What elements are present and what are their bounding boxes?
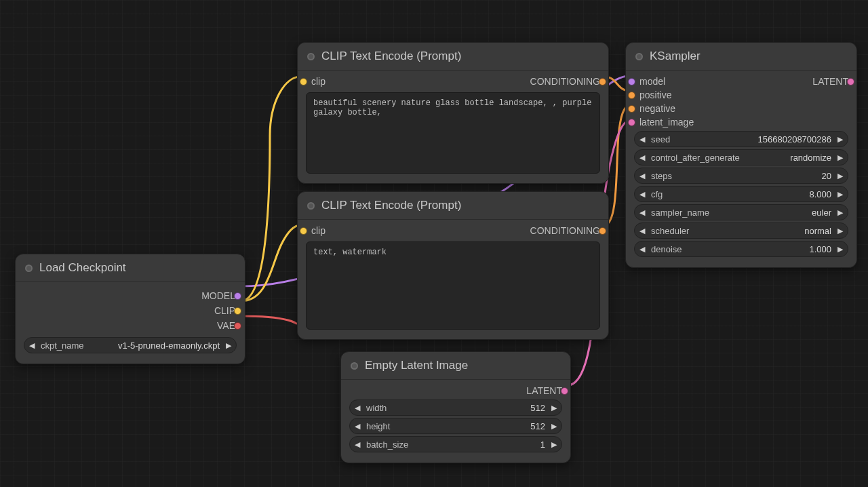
- input-label-latent-image: latent_image: [639, 117, 694, 128]
- chevron-left-icon[interactable]: ◀: [637, 172, 647, 180]
- node-header[interactable]: Load Checkpoint: [16, 254, 245, 282]
- seed-value: 156680208700286: [754, 134, 835, 144]
- batch-size-widget[interactable]: ◀ batch_size 1 ▶: [349, 436, 562, 452]
- output-label-conditioning: CONDITIONING: [530, 225, 600, 236]
- node-header[interactable]: CLIP Text Encode (Prompt): [298, 192, 608, 220]
- chevron-left-icon[interactable]: ◀: [637, 245, 647, 254]
- input-label-model: model: [639, 76, 665, 87]
- node-clip-text-encode-negative[interactable]: CLIP Text Encode (Prompt) clip CONDITION…: [297, 191, 609, 340]
- steps-label: steps: [647, 171, 676, 181]
- batch-size-value: 1: [536, 440, 549, 450]
- width-widget[interactable]: ◀ width 512 ▶: [349, 400, 562, 416]
- chevron-right-icon[interactable]: ▶: [835, 227, 845, 235]
- sampler-name-label: sampler_name: [647, 208, 713, 218]
- chevron-left-icon[interactable]: ◀: [637, 190, 647, 199]
- output-label-latent: LATENT: [526, 385, 562, 396]
- prompt-textarea[interactable]: beautiful scenery nature glass bottle la…: [306, 92, 600, 174]
- chevron-left-icon[interactable]: ◀: [637, 135, 647, 144]
- control-after-generate-widget[interactable]: ◀ control_after_generate randomize ▶: [634, 149, 848, 165]
- input-port-negative[interactable]: [628, 105, 635, 113]
- seed-label: seed: [647, 134, 674, 144]
- node-clip-text-encode-positive[interactable]: CLIP Text Encode (Prompt) clip CONDITION…: [297, 42, 609, 184]
- output-port-clip[interactable]: [234, 307, 241, 315]
- node-title: Empty Latent Image: [365, 359, 468, 372]
- output-port-latent[interactable]: [561, 387, 568, 395]
- node-empty-latent-image[interactable]: Empty Latent Image LATENT ◀ width 512 ▶ …: [340, 351, 571, 463]
- input-port-latent-image[interactable]: [628, 119, 635, 126]
- input-port-clip[interactable]: [300, 227, 307, 235]
- control-value: randomize: [786, 153, 835, 163]
- scheduler-value: normal: [800, 226, 835, 236]
- chevron-right-icon[interactable]: ▶: [835, 245, 845, 254]
- sampler-name-value: euler: [808, 208, 835, 218]
- input-label-clip: clip: [311, 225, 326, 236]
- output-port-model[interactable]: [234, 292, 241, 300]
- batch-size-label: batch_size: [362, 440, 412, 450]
- chevron-right-icon[interactable]: ▶: [835, 135, 845, 144]
- input-port-model[interactable]: [628, 78, 635, 85]
- width-label: width: [362, 403, 391, 413]
- node-load-checkpoint[interactable]: Load Checkpoint MODEL CLIP VAE ◀ ckpt_na…: [15, 254, 245, 364]
- node-header[interactable]: KSampler: [626, 43, 856, 71]
- output-port-conditioning[interactable]: [599, 78, 606, 85]
- input-label-negative: negative: [639, 103, 675, 114]
- chevron-left-icon[interactable]: ◀: [637, 153, 647, 162]
- chevron-right-icon[interactable]: ▶: [835, 208, 845, 217]
- ckpt-name-value: v1-5-pruned-emaonly.ckpt: [114, 340, 224, 351]
- steps-widget[interactable]: ◀ steps 20 ▶: [634, 168, 848, 184]
- chevron-left-icon[interactable]: ◀: [27, 341, 37, 350]
- chevron-left-icon[interactable]: ◀: [637, 227, 647, 235]
- denoise-label: denoise: [647, 244, 686, 254]
- collapse-toggle-icon[interactable]: [351, 362, 358, 370]
- chevron-left-icon[interactable]: ◀: [353, 440, 362, 449]
- collapse-toggle-icon[interactable]: [635, 53, 643, 60]
- chevron-right-icon[interactable]: ▶: [835, 153, 845, 162]
- control-label: control_after_generate: [647, 153, 744, 163]
- output-port-latent[interactable]: [847, 78, 854, 85]
- output-label-vae: VAE: [217, 320, 235, 331]
- output-label-latent: LATENT: [812, 76, 848, 87]
- input-port-clip[interactable]: [300, 78, 307, 85]
- input-label-clip: clip: [311, 76, 326, 87]
- collapse-toggle-icon[interactable]: [307, 202, 315, 210]
- denoise-value: 1.000: [805, 244, 835, 254]
- node-title: CLIP Text Encode (Prompt): [321, 50, 461, 63]
- chevron-left-icon[interactable]: ◀: [353, 422, 362, 431]
- node-header[interactable]: CLIP Text Encode (Prompt): [298, 43, 608, 71]
- scheduler-widget[interactable]: ◀ scheduler normal ▶: [634, 222, 848, 239]
- ckpt-name-label: ckpt_name: [37, 340, 88, 351]
- output-port-conditioning[interactable]: [599, 227, 606, 235]
- output-label-conditioning: CONDITIONING: [530, 76, 600, 87]
- chevron-right-icon[interactable]: ▶: [549, 440, 559, 449]
- denoise-widget[interactable]: ◀ denoise 1.000 ▶: [634, 241, 848, 257]
- chevron-left-icon[interactable]: ◀: [353, 404, 362, 412]
- chevron-left-icon[interactable]: ◀: [637, 208, 647, 217]
- sampler-name-widget[interactable]: ◀ sampler_name euler ▶: [634, 204, 848, 220]
- output-label-model: MODEL: [201, 290, 235, 301]
- node-title: KSampler: [650, 50, 701, 63]
- seed-widget[interactable]: ◀ seed 156680208700286 ▶: [634, 131, 848, 147]
- cfg-label: cfg: [647, 189, 667, 199]
- height-value: 512: [526, 421, 549, 431]
- collapse-toggle-icon[interactable]: [25, 265, 33, 272]
- height-widget[interactable]: ◀ height 512 ▶: [349, 418, 562, 434]
- collapse-toggle-icon[interactable]: [307, 53, 315, 60]
- node-ksampler[interactable]: KSampler model LATENT positive negative …: [625, 42, 857, 268]
- node-header[interactable]: Empty Latent Image: [341, 352, 570, 380]
- node-title: CLIP Text Encode (Prompt): [321, 199, 461, 212]
- input-port-positive[interactable]: [628, 92, 635, 99]
- cfg-value: 8.000: [805, 189, 835, 199]
- chevron-right-icon[interactable]: ▶: [549, 404, 559, 412]
- chevron-right-icon[interactable]: ▶: [224, 341, 233, 350]
- chevron-right-icon[interactable]: ▶: [549, 422, 559, 431]
- input-label-positive: positive: [639, 90, 671, 100]
- chevron-right-icon[interactable]: ▶: [835, 190, 845, 199]
- cfg-widget[interactable]: ◀ cfg 8.000 ▶: [634, 186, 848, 202]
- node-title: Load Checkpoint: [39, 261, 126, 275]
- ckpt-name-widget[interactable]: ◀ ckpt_name v1-5-pruned-emaonly.ckpt ▶: [24, 337, 237, 353]
- chevron-right-icon[interactable]: ▶: [835, 172, 845, 180]
- output-port-vae[interactable]: [234, 322, 241, 330]
- output-label-clip: CLIP: [214, 305, 235, 316]
- prompt-textarea[interactable]: text, watermark: [306, 241, 600, 330]
- steps-value: 20: [818, 171, 835, 181]
